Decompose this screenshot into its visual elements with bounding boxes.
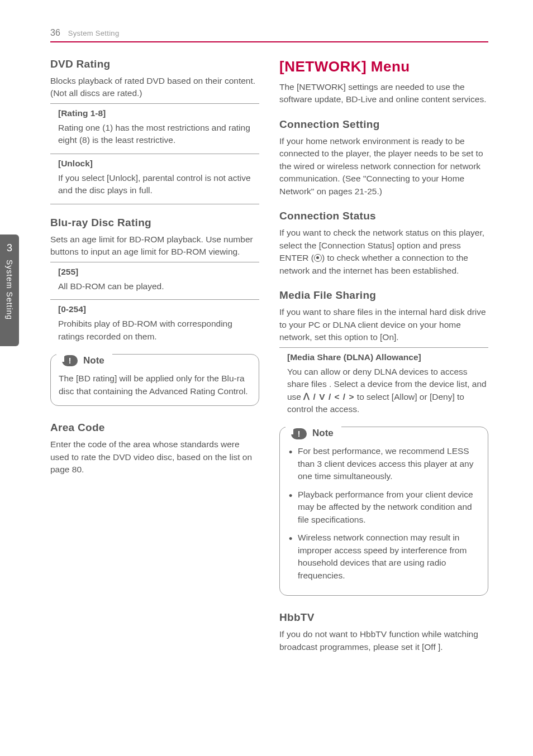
text-0-254: Prohibits play of BD-ROM with correspond… (58, 318, 259, 343)
subsection-rating-1-8: [Rating 1-8] Rating one (1) has the most… (50, 103, 259, 150)
heading-media-file-sharing: Media File Sharing (279, 289, 488, 302)
right-column: [NETWORK] Menu The [NETWORK] settings ar… (279, 58, 488, 657)
note-label: Note (83, 354, 104, 368)
text-bd-rating-intro: Sets an age limit for BD-ROM playback. U… (50, 233, 259, 259)
heading-bd-rating: Blu-ray Disc Rating (50, 217, 259, 229)
note-bd-rating: ! Note The [BD rating] will be applied o… (50, 354, 259, 406)
heading-connection-status: Connection Status (279, 210, 488, 222)
note-item: For best performance, we recommend LESS … (288, 445, 480, 482)
page-number: 36 (50, 28, 60, 38)
text-media-file-sharing-intro: If you want to share files in the intern… (279, 306, 488, 343)
text-unlock: If you select [Unlock], parental control… (58, 172, 259, 197)
note-icon: ! (291, 428, 307, 439)
chapter-number: 3 (7, 242, 12, 254)
subtitle-0-254: [0-254] (58, 304, 259, 314)
chapter-side-tab: 3 System Setting (0, 235, 19, 346)
heading-dvd-rating: DVD Rating (50, 58, 259, 70)
text-connection-status: If you want to check the network status … (279, 227, 488, 277)
heading-hbbtv: HbbTV (279, 611, 488, 624)
heading-network-menu: [NETWORK] Menu (279, 58, 488, 75)
note-item: Wireless network connection may result i… (288, 532, 480, 582)
note-bd-rating-body: The [BD rating] will be applied only for… (59, 374, 248, 395)
note-icon: ! (62, 355, 78, 366)
text-hbbtv: If you do not want to HbbTV function whi… (279, 628, 488, 653)
subtitle-255: [255] (58, 267, 259, 277)
subsection-0-254: [0-254] Prohibits play of BD-ROM with co… (50, 299, 259, 346)
text-network-intro: The [NETWORK] settings are needed to use… (279, 81, 488, 106)
text-connection-setting: If your home network environment is read… (279, 135, 488, 198)
subsection-unlock: [Unlock] If you select [Unlock], parenta… (50, 154, 259, 200)
subsection-255: [255] All BD-ROM can be played. (50, 262, 259, 296)
enter-icon (314, 254, 322, 262)
note-item: Playback performance from your client de… (288, 489, 480, 526)
left-column: DVD Rating Blocks playback of rated DVD … (50, 58, 259, 657)
note-list: For best performance, we recommend LESS … (288, 445, 480, 582)
text-dvd-rating-intro: Blocks playback of rated DVD based on th… (50, 75, 259, 100)
note-label: Note (312, 427, 334, 441)
subtitle-media-share-allowance: [Media Share (DLNA) Allowance] (287, 352, 488, 362)
text-area-code: Enter the code of the area whose standar… (50, 438, 259, 476)
heading-area-code: Area Code (50, 422, 259, 434)
note-media-sharing: ! Note For best performance, we recommen… (279, 427, 488, 596)
chapter-label: System Setting (5, 260, 14, 320)
nav-glyphs: Ʌ / V / < / > (303, 392, 354, 401)
heading-connection-setting: Connection Setting (279, 118, 488, 131)
text-rating-1-8: Rating one (1) has the most restrictions… (58, 122, 259, 147)
subtitle-unlock: [Unlock] (58, 159, 259, 169)
text-255: All BD-ROM can be played. (58, 280, 259, 293)
header-section-title: System Setting (68, 29, 120, 37)
subsection-media-share-allowance: [Media Share (DLNA) Allowance] You can a… (279, 347, 488, 419)
text-media-share-allowance: You can allow or deny DLNA devices to ac… (287, 366, 488, 416)
page-header: 36 System Setting (50, 28, 488, 42)
subtitle-rating-1-8: [Rating 1-8] (58, 108, 259, 118)
